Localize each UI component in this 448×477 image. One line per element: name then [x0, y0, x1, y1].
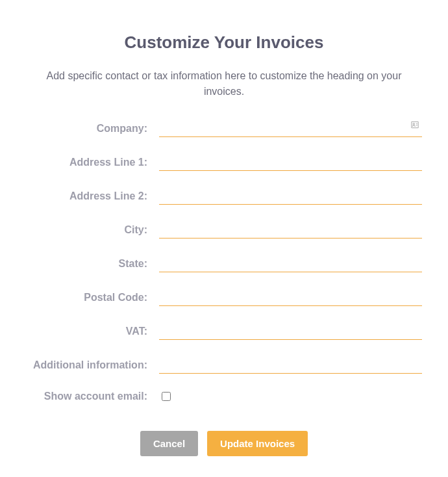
- address2-field[interactable]: [159, 188, 422, 205]
- label-address2: Address Line 2:: [26, 190, 159, 205]
- update-invoices-button[interactable]: Update Invoices: [207, 431, 308, 456]
- label-additional: Additional information:: [26, 359, 159, 374]
- label-postal: Postal Code:: [26, 292, 159, 306]
- input-wrap-state: [159, 255, 422, 272]
- company-field[interactable]: [159, 120, 422, 137]
- row-show-email: Show account email:: [26, 391, 422, 402]
- row-vat: VAT:: [26, 323, 422, 340]
- row-postal: Postal Code:: [26, 289, 422, 306]
- page-title: Customize Your Invoices: [26, 32, 422, 53]
- contact-card-icon: [410, 120, 419, 129]
- row-state: State:: [26, 255, 422, 272]
- postal-field[interactable]: [159, 289, 422, 306]
- row-city: City:: [26, 222, 422, 238]
- input-wrap-additional: [159, 357, 422, 374]
- row-additional: Additional information:: [26, 357, 422, 374]
- input-wrap-address1: [159, 154, 422, 171]
- label-vat: VAT:: [26, 326, 159, 340]
- svg-point-1: [413, 123, 415, 125]
- button-row: Cancel Update Invoices: [26, 431, 422, 456]
- additional-field[interactable]: [159, 357, 422, 374]
- vat-field[interactable]: [159, 323, 422, 340]
- input-wrap-city: [159, 222, 422, 238]
- row-address1: Address Line 1:: [26, 154, 422, 171]
- input-wrap-postal: [159, 289, 422, 306]
- input-wrap-company: [159, 120, 422, 137]
- label-address1: Address Line 1:: [26, 157, 159, 171]
- input-wrap-vat: [159, 323, 422, 340]
- label-show-email: Show account email:: [26, 391, 159, 402]
- city-field[interactable]: [159, 222, 422, 238]
- label-company: Company:: [26, 123, 159, 137]
- page-subtitle: Add specific contact or tax information …: [26, 68, 422, 99]
- show-email-checkbox[interactable]: [162, 392, 171, 401]
- label-city: City:: [26, 224, 159, 238]
- input-wrap-address2: [159, 188, 422, 205]
- label-state: State:: [26, 258, 159, 272]
- cancel-button[interactable]: Cancel: [140, 431, 198, 456]
- row-company: Company:: [26, 120, 422, 137]
- row-address2: Address Line 2:: [26, 188, 422, 205]
- address1-field[interactable]: [159, 154, 422, 171]
- state-field[interactable]: [159, 255, 422, 272]
- customize-invoices-form: Customize Your Invoices Add specific con…: [26, 32, 422, 456]
